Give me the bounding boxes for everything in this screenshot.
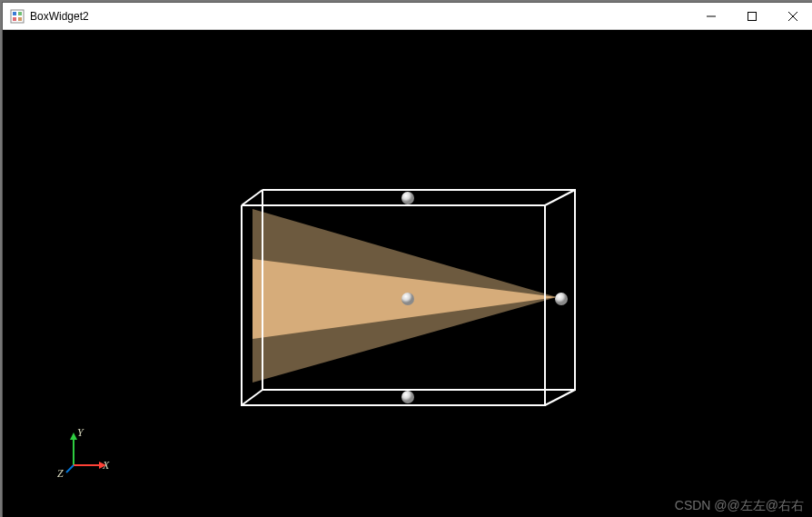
- application-window: BoxWidget2: [2, 2, 812, 517]
- svg-rect-4: [18, 17, 22, 21]
- svg-marker-16: [70, 432, 77, 440]
- axis-orientation-widget[interactable]: Y X Z: [57, 427, 112, 482]
- window-controls: [690, 3, 812, 29]
- svg-rect-2: [18, 12, 22, 15]
- svg-rect-6: [748, 12, 756, 20]
- scene: [3, 30, 812, 517]
- svg-line-9: [242, 190, 262, 205]
- render-viewport[interactable]: Y X Z CSDN @@左左@右右: [3, 30, 812, 517]
- handle-center[interactable]: [401, 293, 414, 305]
- handle-bottom[interactable]: [401, 391, 414, 403]
- svg-line-10: [545, 190, 575, 205]
- maximize-button[interactable]: [731, 3, 772, 29]
- minimize-button[interactable]: [690, 3, 731, 29]
- svg-line-11: [545, 390, 575, 405]
- axis-label-z: Z: [57, 467, 64, 480]
- window-title: BoxWidget2: [30, 10, 690, 23]
- svg-rect-1: [13, 12, 16, 15]
- handle-right[interactable]: [555, 293, 568, 305]
- titlebar[interactable]: BoxWidget2: [3, 3, 812, 30]
- app-icon: [10, 9, 25, 24]
- axis-label-y: Y: [77, 427, 84, 439]
- svg-line-19: [66, 465, 74, 472]
- svg-line-12: [242, 390, 262, 405]
- close-button[interactable]: [772, 3, 812, 29]
- svg-rect-3: [13, 17, 16, 21]
- handle-top[interactable]: [401, 192, 414, 204]
- axis-label-x: X: [102, 459, 110, 472]
